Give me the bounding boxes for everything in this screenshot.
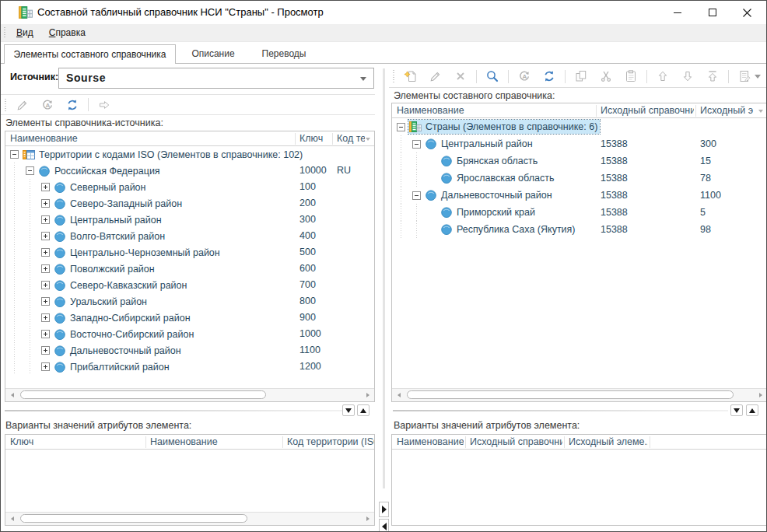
tree-row[interactable]: Западно-Сибирский район900 [5, 310, 374, 326]
expander-icon[interactable] [41, 313, 50, 322]
column-header-territory-code[interactable]: Код территории (ISO [282, 435, 374, 449]
column-header-name[interactable]: Наименование [392, 103, 594, 117]
copy-button[interactable] [569, 67, 594, 86]
sort-filter-icon[interactable] [758, 110, 763, 113]
minimize-button[interactable] [660, 1, 695, 24]
tree-row[interactable]: Российская Федерация10000RU [5, 163, 374, 179]
menu-view[interactable]: Вид [9, 24, 41, 42]
tree-row[interactable]: Центральный район15388300 [392, 135, 767, 152]
tree-row[interactable]: Восточно-Сибирский район1000 [5, 326, 374, 342]
tree-row[interactable]: Ярославская область1538878 [392, 170, 767, 187]
tree-row[interactable]: Территории с кодами ISO (Элементов в спр… [5, 146, 374, 163]
move-down-button[interactable] [675, 67, 700, 86]
search-button[interactable] [480, 67, 505, 86]
expander-icon[interactable] [41, 183, 50, 191]
expander-icon[interactable] [412, 191, 421, 200]
auto-refresh-button[interactable]: A [512, 67, 537, 86]
refresh-button[interactable] [60, 96, 85, 114]
column-header-key[interactable]: Ключ [5, 435, 144, 449]
expander-icon[interactable] [397, 123, 405, 131]
cut-button[interactable] [594, 67, 618, 86]
column-header-source-elem[interactable]: Исходный э [695, 103, 756, 117]
tree-row[interactable]: Приморский край153885 [392, 204, 767, 221]
scroll-left-icon[interactable] [5, 389, 19, 401]
forward-button[interactable] [92, 96, 117, 114]
column-header-source-elem[interactable]: Исходный элеме... [564, 435, 648, 449]
tab-description[interactable]: Описание [177, 44, 250, 63]
sort-filter-icon[interactable] [366, 138, 370, 141]
column-header-name[interactable]: Наименование [145, 435, 281, 449]
close-button[interactable] [730, 1, 765, 24]
tree-row[interactable]: Прибалтийский район1200 [5, 359, 374, 375]
expander-icon[interactable] [41, 281, 50, 289]
horizontal-scrollbar[interactable] [5, 512, 374, 525]
toolbar-overflow-icon[interactable] [755, 75, 761, 79]
expander-icon[interactable] [41, 264, 50, 273]
expander-icon[interactable] [41, 215, 50, 224]
vertical-splitter[interactable] [379, 64, 389, 532]
tree-row[interactable]: Волго-Вятский район400 [5, 228, 374, 244]
expander-icon[interactable] [41, 232, 50, 240]
column-header-key[interactable]: Ключ [295, 131, 331, 145]
refresh-button[interactable] [537, 67, 562, 86]
edit-button[interactable] [10, 96, 35, 114]
scrollbar-thumb[interactable] [20, 390, 266, 399]
horizontal-scrollbar[interactable] [392, 388, 767, 401]
collapse-down-button[interactable] [342, 404, 355, 416]
horizontal-splitter[interactable] [389, 404, 765, 418]
column-header-name[interactable]: Наименование [392, 435, 464, 449]
add-item-button[interactable] [398, 67, 423, 86]
tree-row[interactable]: Республика Саха (Якутия)1538898 [392, 221, 767, 238]
tree-row[interactable]: Брянская область1538815 [392, 152, 767, 170]
delete-button[interactable] [448, 67, 473, 86]
collapse-up-button[interactable] [746, 404, 758, 416]
tree-row[interactable]: Центральный район300 [5, 212, 374, 228]
column-header-name[interactable]: Наименование [5, 131, 293, 145]
tree-row[interactable]: Северный район100 [5, 179, 374, 195]
move-up-button[interactable] [650, 67, 675, 86]
collapse-right-button[interactable] [379, 502, 389, 517]
maximize-button[interactable] [695, 1, 730, 24]
scroll-left-icon[interactable] [5, 513, 19, 525]
paste-button[interactable] [618, 67, 643, 86]
edit-button[interactable] [423, 67, 448, 86]
expander-icon[interactable] [26, 166, 34, 175]
scroll-right-icon[interactable] [361, 389, 374, 401]
collapse-down-button[interactable] [730, 404, 743, 416]
expander-icon[interactable] [41, 330, 50, 338]
scrollbar-thumb[interactable] [20, 514, 247, 523]
scroll-right-icon[interactable] [361, 513, 374, 525]
scroll-right-icon[interactable] [754, 389, 767, 401]
tab-elements[interactable]: Элементы составного справочника [4, 44, 176, 64]
horizontal-splitter[interactable] [1, 404, 375, 418]
menu-help[interactable]: Справка [41, 24, 93, 42]
auto-refresh-button[interactable]: A [35, 96, 60, 114]
collapse-up-button[interactable] [357, 404, 369, 416]
expander-icon[interactable] [41, 297, 50, 306]
horizontal-scrollbar[interactable] [5, 388, 374, 401]
tree-row[interactable]: Центрально-Черноземный район500 [5, 244, 374, 261]
tree-row[interactable]: Страны (Элементов в справочнике: 6) [392, 118, 767, 135]
tab-translations[interactable]: Переводы [250, 44, 318, 63]
expander-icon[interactable] [41, 362, 50, 371]
tree-row[interactable]: Дальневосточный район1100 [5, 342, 374, 359]
scrollbar-thumb[interactable] [407, 390, 734, 399]
expander-icon[interactable] [41, 248, 50, 257]
expander-icon[interactable] [412, 140, 421, 149]
column-header-code[interactable]: Код терр [332, 131, 365, 145]
source-combobox[interactable]: Sourse [58, 68, 374, 89]
tree-row[interactable]: Северо-Кавказский район700 [5, 277, 374, 293]
expander-icon[interactable] [41, 199, 50, 208]
collapse-left-button[interactable] [379, 519, 389, 532]
column-header-source-dict[interactable]: Исходный справочник [465, 435, 562, 449]
tree-row[interactable]: Уральский район800 [5, 293, 374, 310]
scroll-left-icon[interactable] [392, 389, 405, 401]
expander-icon[interactable] [41, 346, 50, 355]
expander-icon[interactable] [10, 150, 19, 159]
tree-row[interactable]: Дальневосточный район153881100 [392, 187, 767, 204]
properties-button[interactable] [732, 67, 757, 86]
move-top-button[interactable] [700, 67, 725, 86]
tree-row[interactable]: Северо-Западный район200 [5, 195, 374, 212]
column-header-source-dict[interactable]: Исходный справочник [596, 103, 694, 117]
tree-row[interactable]: Поволжский район600 [5, 261, 374, 277]
